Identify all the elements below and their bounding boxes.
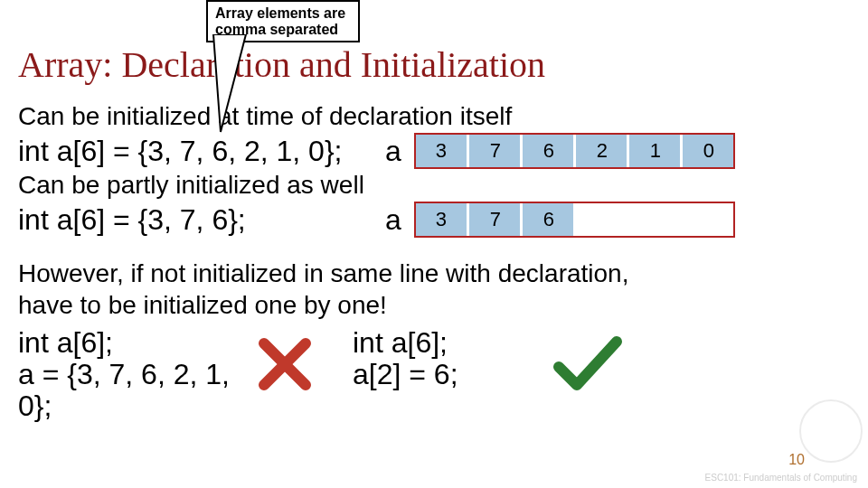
callout-line1: Array elements are — [215, 5, 351, 22]
paragraph-2: Can be partly initialized as well — [18, 171, 850, 200]
array2-cell-2: 6 — [523, 203, 573, 236]
cross-icon — [253, 327, 353, 396]
code-1: int a[6] = {3, 7, 6, 2, 1, 0}; — [18, 136, 378, 167]
footer-label: ESC101: Fundamentals of Computing — [705, 474, 857, 483]
array-label-2: a — [385, 203, 401, 237]
paragraph-3a: However, if not initialized in same line… — [18, 259, 850, 288]
callout: Array elements are comma separated — [206, 0, 360, 42]
wrong-line-1: int a[6]; — [18, 327, 253, 359]
page-number: 10 — [788, 452, 805, 468]
watermark-logo — [799, 399, 863, 463]
paragraph-3b: have to be initialized one by one! — [18, 291, 850, 320]
code-2: int a[6] = {3, 7, 6}; — [18, 204, 378, 236]
wrong-example: int a[6]; a = {3, 7, 6, 2, 1, 0}; — [18, 327, 253, 423]
callout-pointer — [203, 34, 257, 134]
slide-title: Array: Declaration and Initialization — [18, 43, 850, 86]
array2-cell-3 — [576, 203, 627, 236]
right-line-1: int a[6]; — [353, 327, 533, 359]
array-label-1: a — [385, 135, 401, 168]
paragraph-1: Can be initialized at time of declaratio… — [18, 102, 850, 131]
array2-cell-1: 7 — [469, 203, 520, 236]
check-icon — [533, 327, 624, 396]
examples-row: int a[6]; a = {3, 7, 6, 2, 1, 0}; int a[… — [18, 327, 850, 423]
array2-cell-0: 3 — [416, 203, 467, 236]
array-box-2: 3 7 6 — [414, 202, 735, 238]
wrong-line-2: a = {3, 7, 6, 2, 1, 0}; — [18, 359, 253, 422]
array1-cell-2: 6 — [523, 135, 573, 167]
row-code2: int a[6] = {3, 7, 6}; a 3 7 6 — [18, 202, 850, 238]
row-code1: int a[6] = {3, 7, 6, 2, 1, 0}; a 3 7 6 2… — [18, 133, 850, 169]
array1-cell-0: 3 — [416, 135, 467, 167]
svg-marker-0 — [213, 34, 246, 132]
right-line-2: a[2] = 6; — [353, 359, 533, 390]
array1-cell-3: 2 — [576, 135, 627, 167]
array1-cell-5: 0 — [683, 135, 733, 167]
array2-cell-4 — [629, 203, 680, 236]
array-box-1: 3 7 6 2 1 0 — [414, 133, 735, 169]
array1-cell-4: 1 — [629, 135, 680, 167]
array1-cell-1: 7 — [469, 135, 520, 167]
slide: Array elements are comma separated Array… — [0, 0, 868, 488]
right-example: int a[6]; a[2] = 6; — [353, 327, 533, 390]
array2-cell-5 — [683, 203, 733, 236]
